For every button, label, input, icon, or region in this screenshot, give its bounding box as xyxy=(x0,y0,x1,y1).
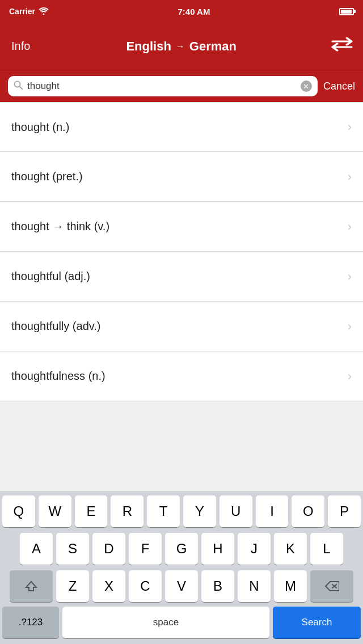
source-language: English xyxy=(126,39,171,54)
svg-point-0 xyxy=(43,13,44,15)
backspace-key[interactable] xyxy=(310,570,353,602)
key-h[interactable]: H xyxy=(201,533,234,565)
key-v[interactable]: V xyxy=(165,570,198,602)
list-item[interactable]: thought (pret.) › xyxy=(0,152,363,202)
keyboard: QWERTYUIOP ASDFGHJKL ZXCVBNM .?123 space… xyxy=(0,491,363,644)
target-language: German xyxy=(189,39,237,54)
result-text: thought (n.) xyxy=(11,121,69,134)
shift-key[interactable] xyxy=(10,570,53,602)
key-f[interactable]: F xyxy=(129,533,162,565)
key-p[interactable]: P xyxy=(328,495,361,527)
direction-arrow: → xyxy=(176,41,185,52)
numbers-key[interactable]: .?123 xyxy=(2,607,59,638)
key-t[interactable]: T xyxy=(147,495,180,527)
chevron-right-icon: › xyxy=(348,219,352,234)
key-z[interactable]: Z xyxy=(56,570,89,602)
result-text: thought (pret.) xyxy=(11,170,83,183)
battery-icon xyxy=(339,8,354,15)
list-item[interactable]: thoughtful (adj.) › xyxy=(0,252,363,302)
result-text: thoughtfulness (n.) xyxy=(11,370,105,383)
battery-indicator xyxy=(339,8,354,15)
keyboard-row-1: QWERTYUIOP xyxy=(2,495,361,527)
search-key[interactable]: Search xyxy=(273,607,361,638)
list-item[interactable]: thoughtfulness (n.) › xyxy=(0,351,363,401)
clear-icon: ✕ xyxy=(303,83,309,90)
info-button[interactable]: Info xyxy=(11,40,30,53)
list-item[interactable]: thoughtfully (adv.) › xyxy=(0,302,363,351)
search-bar: ✕ Cancel xyxy=(0,70,363,102)
svg-line-2 xyxy=(20,87,23,90)
key-d[interactable]: D xyxy=(92,533,125,565)
list-item[interactable]: thought → think (v.) › xyxy=(0,202,363,252)
key-e[interactable]: E xyxy=(75,495,108,527)
time-display: 7:40 AM xyxy=(178,7,210,16)
key-g[interactable]: G xyxy=(165,533,198,565)
keyboard-row-3: ZXCVBNM xyxy=(2,570,361,602)
key-i[interactable]: I xyxy=(256,495,289,527)
keyboard-bottom-row: .?123 space Search xyxy=(0,604,363,644)
search-icon xyxy=(14,80,23,92)
key-a[interactable]: A xyxy=(20,533,53,565)
keyboard-row-2: ASDFGHJKL xyxy=(2,533,361,565)
list-item[interactable]: thought (n.) › xyxy=(0,102,363,152)
key-n[interactable]: N xyxy=(238,570,271,602)
result-text: thoughtfully (adv.) xyxy=(11,320,101,333)
chevron-right-icon: › xyxy=(348,269,352,284)
space-key[interactable]: space xyxy=(62,607,269,638)
cancel-button[interactable]: Cancel xyxy=(323,80,355,92)
language-title: English → German xyxy=(126,39,237,54)
key-l[interactable]: L xyxy=(310,533,343,565)
chevron-right-icon: › xyxy=(348,120,352,134)
swap-languages-button[interactable] xyxy=(331,37,354,56)
key-m[interactable]: M xyxy=(274,570,307,602)
key-x[interactable]: X xyxy=(92,570,125,602)
carrier-wifi: Carrier xyxy=(9,7,49,16)
search-input-wrapper: ✕ xyxy=(8,76,318,96)
chevron-right-icon: › xyxy=(348,369,352,384)
key-y[interactable]: Y xyxy=(183,495,216,527)
key-w[interactable]: W xyxy=(39,495,71,527)
key-o[interactable]: O xyxy=(292,495,324,527)
key-q[interactable]: Q xyxy=(2,495,35,527)
key-s[interactable]: S xyxy=(56,533,89,565)
clear-input-button[interactable]: ✕ xyxy=(301,80,312,92)
carrier-label: Carrier xyxy=(9,7,35,16)
key-r[interactable]: R xyxy=(111,495,143,527)
results-list: thought (n.) › thought (pret.) › thought… xyxy=(0,102,363,401)
key-u[interactable]: U xyxy=(220,495,252,527)
search-input[interactable] xyxy=(27,80,296,92)
status-bar: Carrier 7:40 AM xyxy=(0,0,363,23)
nav-bar: Info English → German xyxy=(0,23,363,70)
chevron-right-icon: › xyxy=(348,319,352,334)
key-j[interactable]: J xyxy=(238,533,271,565)
chevron-right-icon: › xyxy=(348,170,352,184)
key-c[interactable]: C xyxy=(129,570,162,602)
result-text: thoughtful (adj.) xyxy=(11,270,90,283)
wifi-icon xyxy=(39,7,49,16)
key-k[interactable]: K xyxy=(274,533,307,565)
result-text: thought → think (v.) xyxy=(11,220,109,233)
key-b[interactable]: B xyxy=(201,570,234,602)
